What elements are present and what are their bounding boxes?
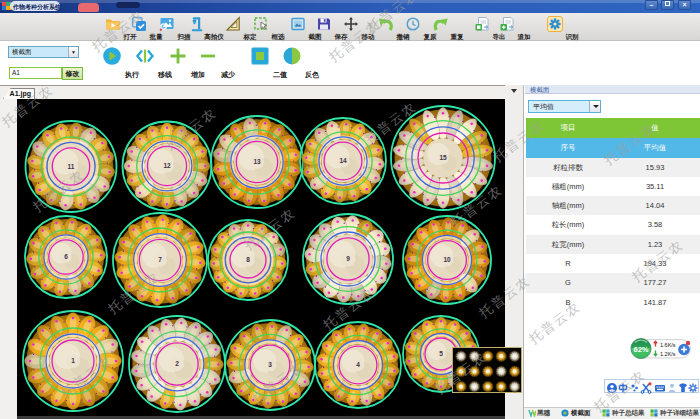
svg-text:12: 12	[163, 162, 171, 169]
svg-text:1.2K/s: 1.2K/s	[660, 351, 676, 357]
svg-text:62%: 62%	[633, 345, 648, 354]
svg-text:15: 15	[439, 154, 447, 161]
svg-text:1: 1	[71, 357, 75, 364]
svg-text:1.6K/s: 1.6K/s	[660, 342, 676, 348]
svg-text:6: 6	[64, 253, 68, 260]
svg-text:2: 2	[175, 360, 179, 367]
svg-text:5: 5	[439, 350, 443, 357]
svg-text:14: 14	[339, 157, 347, 164]
svg-text:10: 10	[443, 256, 451, 263]
svg-text:8: 8	[246, 256, 250, 263]
svg-text:7: 7	[158, 256, 162, 263]
svg-text:11: 11	[68, 163, 75, 170]
svg-text:4: 4	[356, 361, 360, 368]
svg-text:9: 9	[346, 255, 350, 262]
svg-text:3: 3	[268, 361, 272, 368]
svg-text:13: 13	[253, 158, 261, 165]
